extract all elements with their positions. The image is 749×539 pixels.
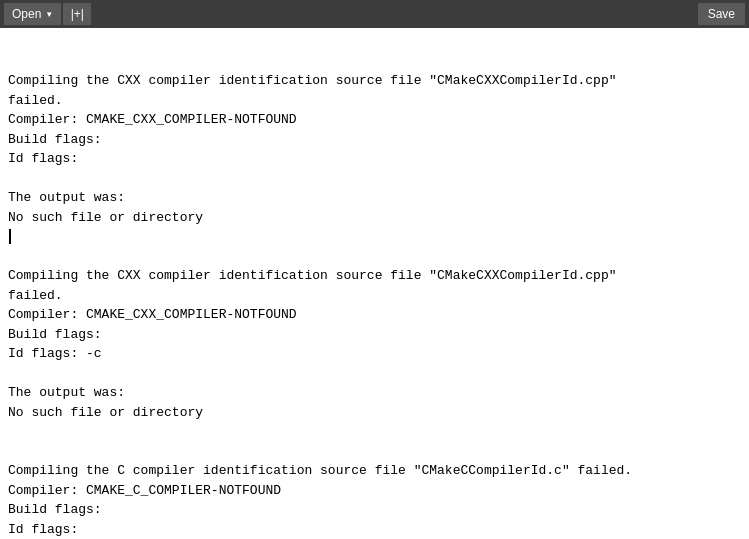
text-line: Compiling the C compiler identification … [8,461,741,481]
dropdown-arrow-icon: ▼ [45,10,53,19]
text-line: Compiling the CXX compiler identificatio… [8,266,741,286]
text-line: Id flags: [8,149,741,169]
text-line [8,364,741,384]
text-line: Build flags: [8,130,741,150]
text-line: No such file or directory [8,208,741,228]
toolbar: Open ▼ |+| Save [0,0,749,28]
text-line: Compiling the CXX compiler identificatio… [8,71,741,91]
text-line: The output was: [8,383,741,403]
open-label: Open [12,7,41,21]
save-label: Save [708,7,735,21]
text-line [8,227,741,247]
text-line: The output was: [8,188,741,208]
open-button[interactable]: Open ▼ [4,3,61,25]
text-line [8,247,741,267]
text-line: Id flags: -c [8,344,741,364]
icon-button-label: |+| [71,7,84,21]
save-button[interactable]: Save [698,3,745,25]
text-line: No such file or directory [8,403,741,423]
text-line [8,442,741,462]
text-line: Compiler: CMAKE_C_COMPILER-NOTFOUND [8,481,741,501]
text-line: failed. [8,286,741,306]
toolbar-left: Open ▼ |+| [4,3,91,25]
app-window: Open ▼ |+| Save Compiling the CXX compil… [0,0,749,539]
text-content-area[interactable]: Compiling the CXX compiler identificatio… [0,28,749,539]
text-line: Id flags: [8,520,741,540]
text-line: Build flags: [8,325,741,345]
icon-button[interactable]: |+| [63,3,91,25]
text-line: Compiler: CMAKE_CXX_COMPILER-NOTFOUND [8,110,741,130]
text-line: failed. [8,91,741,111]
text-line: Build flags: [8,500,741,520]
text-cursor [9,229,11,244]
text-line [8,422,741,442]
text-line: Compiler: CMAKE_CXX_COMPILER-NOTFOUND [8,305,741,325]
text-block: Compiling the CXX compiler identificatio… [8,71,741,539]
text-line [8,169,741,189]
